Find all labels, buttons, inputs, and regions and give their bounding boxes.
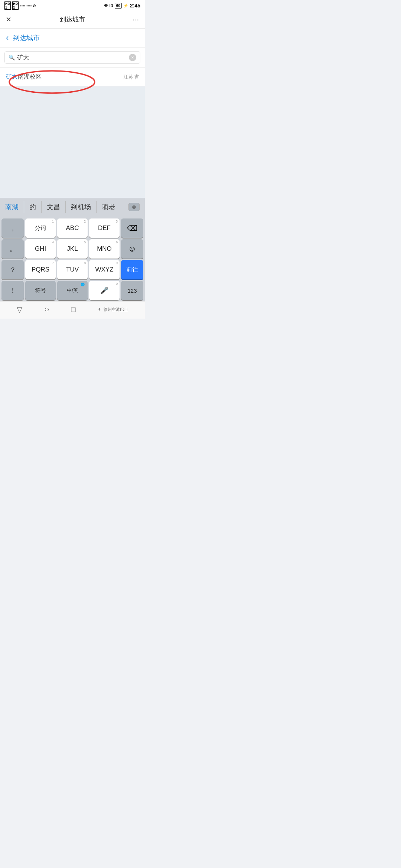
time: 2:45 <box>130 3 140 9</box>
search-clear-button[interactable]: × <box>129 54 136 61</box>
nav-recents-button[interactable]: □ <box>71 305 76 314</box>
key-wxyz-number: 9 <box>116 261 118 265</box>
search-result-item[interactable]: 矿大南湖校区 江苏省 <box>0 68 145 86</box>
globe-icon: 🌐 <box>81 283 85 286</box>
close-button[interactable]: × <box>6 14 17 24</box>
eye-icon: 👁 <box>104 3 108 8</box>
charging-icon: ⚡ <box>123 3 128 8</box>
key-abc[interactable]: 2 ABC <box>57 218 88 238</box>
key-enter[interactable]: 前往 <box>121 260 143 279</box>
app-brand: ✈ 徐州空港巴士 <box>98 307 128 312</box>
title-bar-title: 到达城市 <box>17 15 128 24</box>
key-exclaim-label: ！ <box>10 286 16 295</box>
more-button[interactable]: ··· <box>128 15 139 24</box>
key-jkl-label: JKL <box>67 245 78 253</box>
key-wxyz[interactable]: 9 WXYZ <box>89 260 120 279</box>
ime-suggestion-2[interactable]: 的 <box>24 201 42 213</box>
ime-suggestion-5[interactable]: 项老 <box>97 201 120 213</box>
keyboard-row-1: ， 。 ？ ！ 1 分词 <box>0 217 145 301</box>
keyboard-main-grid: 1 分词 2 ABC 3 DEF ⌫ <box>25 218 143 300</box>
app-container: HD1 HD2 ▪▪▪▪ ▪▪▪▪ ⊙ 👁 ID 60 ⚡ 2:45 × 到达城… <box>0 0 145 319</box>
key-pqrs-label: PQRS <box>32 266 49 273</box>
wifi-icon: ⊙ <box>33 4 36 8</box>
ime-suggestions-bar: 南湖 的 文昌 到机场 项老 ⊗ <box>0 198 145 216</box>
nav-title: 到达城市 <box>13 33 40 42</box>
key-fenci-label: 分词 <box>35 225 46 232</box>
key-ghi-number: 4 <box>52 240 54 244</box>
key-jkl-number: 5 <box>84 240 86 244</box>
key-fenci-number: 1 <box>52 220 54 223</box>
keyboard: ， 。 ？ ！ 1 分词 <box>0 216 145 301</box>
emoji-icon: ☺ <box>128 244 136 254</box>
search-input-wrapper[interactable]: 🔍 × <box>4 51 140 64</box>
back-button[interactable]: ‹ <box>6 33 9 43</box>
key-def[interactable]: 3 DEF <box>89 218 120 238</box>
key-comma-label: ， <box>10 224 16 233</box>
key-period[interactable]: 。 <box>1 239 24 259</box>
key-123-label: 123 <box>127 287 137 294</box>
keyboard-grid-row3: 7 PQRS 8 TUV 9 WXYZ 前往 <box>25 260 143 279</box>
key-mno-label: MNO <box>97 245 112 253</box>
key-ghi[interactable]: 4 GHI <box>25 239 56 259</box>
key-symbols-label: 符号 <box>35 287 46 294</box>
result-name: 矿大南湖校区 <box>6 73 42 81</box>
key-def-label: DEF <box>98 224 111 232</box>
content-area <box>0 86 145 198</box>
backspace-icon: ⌫ <box>127 224 137 233</box>
key-mno[interactable]: 6 MNO <box>89 239 120 259</box>
key-mic-label: 🎤 <box>100 286 108 295</box>
ime-delete-button[interactable]: ⊗ <box>128 203 140 211</box>
ime-suggestion-1[interactable]: 南湖 <box>5 201 24 213</box>
signal1-icon: ▪▪▪▪ <box>20 4 25 8</box>
key-fenci[interactable]: 1 分词 <box>25 218 56 238</box>
key-def-number: 3 <box>116 220 118 223</box>
bottom-nav: ▽ ○ □ ✈ 徐州空港巴士 <box>0 301 145 319</box>
key-jkl[interactable]: 5 JKL <box>57 239 88 259</box>
search-icon: 🔍 <box>9 55 15 60</box>
nav-bar: ‹ 到达城市 <box>0 29 145 47</box>
ime-suggestion-3[interactable]: 文昌 <box>42 201 66 213</box>
nfc-icon: ID <box>110 4 113 8</box>
keyboard-grid-row1: 1 分词 2 ABC 3 DEF ⌫ <box>25 218 143 238</box>
app-name: 徐州空港巴士 <box>104 307 128 312</box>
status-right: 👁 ID 60 ⚡ 2:45 <box>104 3 140 9</box>
key-space-number: 0 <box>116 282 118 286</box>
key-comma[interactable]: ， <box>1 218 24 238</box>
key-123[interactable]: 123 <box>121 281 143 300</box>
nav-back-button[interactable]: ▽ <box>17 305 22 314</box>
key-lang-switch[interactable]: 🌐 中/英 <box>57 281 88 300</box>
search-results: 矿大南湖校区 江苏省 <box>0 68 145 86</box>
result-rest: 南湖校区 <box>18 73 42 80</box>
result-highlight: 矿大 <box>6 73 18 80</box>
key-symbols[interactable]: 符号 <box>25 281 56 300</box>
key-exclaim[interactable]: ！ <box>1 281 24 300</box>
key-space[interactable]: 0 🎤 <box>89 281 120 300</box>
results-container: 矿大南湖校区 江苏省 <box>0 68 145 198</box>
key-tuv-number: 8 <box>84 261 86 265</box>
key-period-label: 。 <box>10 245 16 253</box>
keyboard-grid-row4: 符号 🌐 中/英 0 🎤 123 <box>25 281 143 300</box>
nav-home-button[interactable]: ○ <box>44 305 49 314</box>
key-emoji[interactable]: ☺ <box>121 239 143 259</box>
key-lang-label: 中/英 <box>67 287 78 294</box>
status-bar: HD1 HD2 ▪▪▪▪ ▪▪▪▪ ⊙ 👁 ID 60 ⚡ 2:45 <box>0 0 145 10</box>
key-ghi-label: GHI <box>35 245 46 253</box>
key-question[interactable]: ？ <box>1 260 24 279</box>
key-abc-label: ABC <box>66 224 79 232</box>
search-bar: 🔍 × <box>0 47 145 68</box>
search-input[interactable] <box>17 54 127 61</box>
ime-suggestion-4[interactable]: 到机场 <box>66 201 97 213</box>
key-mno-number: 6 <box>116 240 118 244</box>
key-pqrs-number: 7 <box>52 261 54 265</box>
key-pqrs[interactable]: 7 PQRS <box>25 260 56 279</box>
key-tuv[interactable]: 8 TUV <box>57 260 88 279</box>
key-wxyz-label: WXYZ <box>95 266 113 273</box>
keyboard-left-col: ， 。 ？ ！ <box>1 218 24 300</box>
signal2-icon: ▪▪▪▪ <box>26 4 32 8</box>
keyboard-grid-row2: 4 GHI 5 JKL 6 MNO ☺ <box>25 239 143 259</box>
battery-icon: 60 <box>115 3 122 9</box>
key-tuv-label: TUV <box>66 266 79 273</box>
status-left: HD1 HD2 ▪▪▪▪ ▪▪▪▪ ⊙ <box>4 1 36 10</box>
key-backspace[interactable]: ⌫ <box>121 218 143 238</box>
hd2-icon: HD2 <box>12 1 19 10</box>
